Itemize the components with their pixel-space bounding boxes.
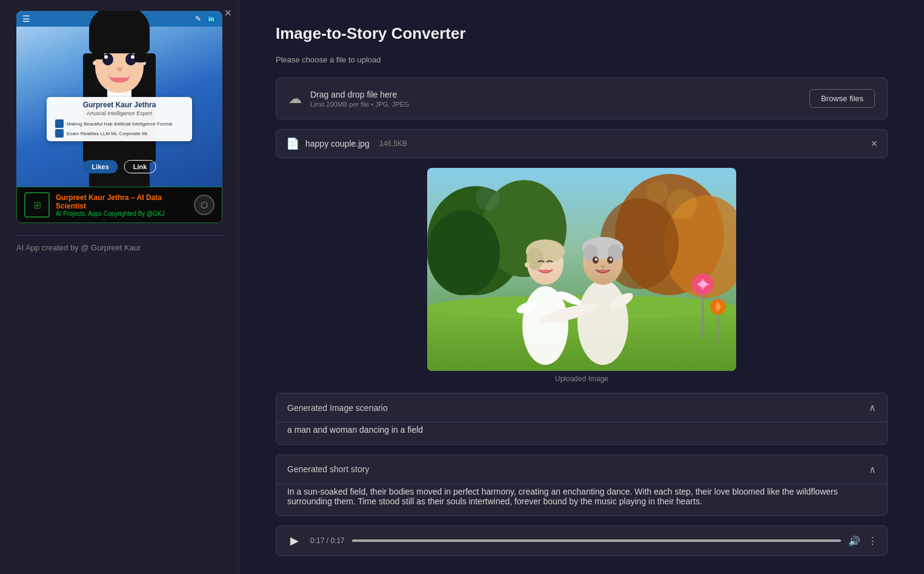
scenario-header-label: Generated Image scenario [287,403,388,413]
upload-left: ☁ Drag and drop file here Limit 200MB pe… [288,90,409,108]
upload-area[interactable]: ☁ Drag and drop file here Limit 200MB pe… [276,78,888,119]
profile-image-area: ☰ ✎ in [16,11,222,187]
svg-point-16 [525,262,530,267]
file-close-button[interactable]: × [871,138,877,150]
close-button[interactable]: × [224,6,231,20]
svg-point-27 [595,258,597,261]
creator-text: AI App created by @ Gurpreet Kaur [16,243,222,252]
image-preview-container: Uploaded Image [276,168,888,383]
brand-subtitle: AI Projects, Apps Copyrighted By @GKJ [56,210,188,217]
story-accordion: Generated short story ∧ In a sun-soaked … [276,455,888,516]
image-preview [427,168,736,371]
story-content: In a sun-soaked field, their bodies move… [276,484,887,516]
upload-label: Please choose a file to upload [276,55,888,64]
profile-title: Artuicial Intelligence Expert [55,110,184,116]
profile-card: ☰ ✎ in [16,11,222,223]
profile-skills: Making Beautiful Hair Artificial Intelig… [55,119,184,138]
branding-bar: ⊞ ✓ Gurpreet Kaur Jethra – AI Data Scien… [16,187,222,223]
upload-text: Drag and drop file here Limit 200MB per … [310,90,409,108]
svg-point-35 [476,186,500,210]
page-title: Image-to-Story Converter [276,24,888,43]
skill-2: Exam Realities LLM ML Corporate Mr. [55,129,184,138]
scenario-content: a man and woman dancing in a field [276,422,887,444]
time-display: 0:17 / 0:17 [310,536,345,545]
story-header-label: Generated short story [287,464,369,474]
svg-point-33 [666,189,697,219]
progress-bar-container[interactable] [352,539,841,542]
more-options-button[interactable]: ⋮ [868,535,877,547]
scenario-text: a man and woman dancing in a field [287,425,423,435]
upload-cloud-icon: ☁ [288,91,302,107]
likes-button[interactable]: Likes [83,160,118,173]
svg-point-17 [577,280,628,365]
story-text: In a sun-soaked field, their bodies move… [287,487,838,506]
profile-buttons: Likes Link [83,160,156,173]
scenario-accordion: Generated Image scenario ∧ a man and wom… [276,393,888,445]
story-accordion-header[interactable]: Generated short story ∧ [276,455,887,484]
svg-point-3 [427,210,500,295]
skill-2-text: Exam Realities LLM ML Corporate Mr. [67,131,148,136]
file-info: 📄 happy couple.jpg 146.5KB [286,137,407,150]
sidebar: × ☰ ✎ in [0,0,239,574]
skill-1-text: Making Beautiful Hair Artificial Intelig… [67,121,172,127]
divider [16,235,222,236]
main-content: Image-to-Story Converter Please choose a… [239,0,924,574]
couple-svg [427,168,736,371]
file-icon: 📄 [286,137,299,150]
time-current: 0:17 [310,536,324,545]
scenario-chevron-icon: ∧ [869,402,876,413]
link-button[interactable]: Link [124,160,156,173]
audio-player: ▶ 0:17 / 0:17 🔊 ⋮ [276,526,888,556]
linkedin-name-card: Gurpreet Kaur Jethra Artuicial Intellige… [47,97,192,141]
progress-bar-fill [352,539,841,542]
file-limit-text: Limit 200MB per file • JPG, JPEG [310,101,409,108]
file-row: 📄 happy couple.jpg 146.5KB × [276,129,888,158]
linkedin-in-badge: in [206,15,216,23]
time-total: 0:17 [330,536,344,545]
browse-files-button[interactable]: Browse files [809,89,875,108]
brand-text: Gurpreet Kaur Jethra – AI Data Scientist… [56,193,188,217]
brand-card-icon: ⊞ ✓ [24,192,50,218]
profile-name: Gurpreet Kaur Jethra [55,101,184,109]
svg-point-28 [610,258,612,261]
scenario-accordion-header[interactable]: Generated Image scenario ∧ [276,393,887,422]
story-chevron-icon: ∧ [869,464,876,475]
image-caption: Uploaded Image [555,375,608,383]
anime-hair [89,11,150,53]
skill-1: Making Beautiful Hair Artificial Intelig… [55,119,184,128]
file-size: 146.5KB [379,139,407,148]
file-name: happy couple.jpg [305,139,370,149]
play-button[interactable]: ▶ [286,532,303,549]
volume-button[interactable]: 🔊 [848,535,860,547]
brand-logo: ⬡ [194,195,214,215]
brand-name: Gurpreet Kaur Jethra – AI Data Scientist [56,193,188,210]
drag-drop-text: Drag and drop file here [310,90,409,99]
svg-point-15 [527,248,543,270]
svg-point-34 [646,181,668,203]
